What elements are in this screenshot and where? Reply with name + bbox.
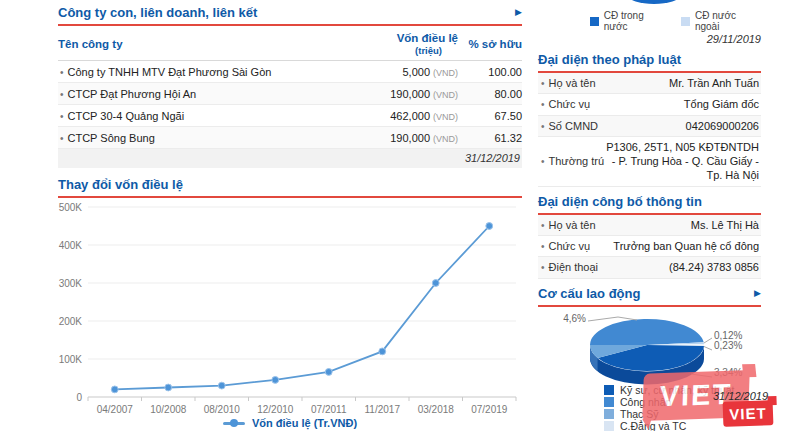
bullet-icon: •: [60, 89, 64, 100]
info-row: •Thường trú P1306, 25T1, N05 KĐTĐNTDH - …: [538, 137, 761, 187]
ownership-value: 80.00: [458, 88, 522, 100]
viet-watermark-small: VIET: [723, 400, 774, 427]
table-header-row: Tên công ty Vốn điều lệ (triệu) % sở hữu: [58, 26, 522, 61]
ownership-as-of-date: 29/11/2019: [538, 33, 761, 45]
ownership-value: 100.00: [458, 66, 522, 78]
info-label: Họ và tên: [549, 219, 596, 231]
svg-text:0: 0: [76, 392, 82, 403]
ownership-value: 61.32: [458, 132, 522, 144]
company-profile-page: Công ty con, liên doanh, liên kết ▶ Tên …: [0, 0, 810, 431]
bullet-icon: •: [541, 156, 545, 167]
table-row: •CTCP Đạt Phương Hội An 190,000(VND) 80.…: [58, 83, 522, 105]
company-name: Công ty TNHH MTV Đạt Phương Sài Gòn: [68, 66, 272, 78]
foreign-legend-swatch: [681, 17, 690, 26]
section-title-labor[interactable]: Cơ cấu lao động: [538, 286, 640, 301]
info-row: •Điện thoại (84.24) 3783 0856: [538, 257, 761, 278]
info-value: P1306, 25T1, N05 KĐTĐNTDH - P. Trung Hòa…: [604, 140, 759, 183]
bullet-icon: •: [541, 78, 545, 89]
ownership-value: 67.50: [458, 110, 522, 122]
section-header-capital-change[interactable]: Thay đổi vốn điều lệ: [58, 172, 522, 198]
svg-text:04/2007: 04/2007: [97, 404, 134, 415]
legend-swatch: [604, 421, 614, 431]
callout-line: [704, 346, 712, 350]
info-value: Mr. Trần Anh Tuấn: [669, 76, 759, 90]
table-row: •CTCP 30-4 Quảng Ngãi 462,000(VND) 67.50: [58, 105, 522, 127]
section-header-labor[interactable]: Cơ cấu lao động ▶: [538, 281, 761, 307]
section-header-disclosure-rep: Đại diện công bố thông tin: [538, 189, 761, 215]
bullet-icon: •: [541, 262, 545, 273]
left-column: Công ty con, liên doanh, liên kết ▶ Tên …: [58, 0, 522, 429]
section-title-legal-rep: Đại diện theo pháp luật: [538, 52, 681, 67]
pie-slice-cong-nhan: [590, 319, 704, 345]
line-chart-legend: Vốn điều lệ (Tr.VNĐ): [58, 417, 522, 429]
section-title-subsidiaries[interactable]: Công ty con, liên doanh, liên kết: [58, 5, 257, 20]
bullet-icon: •: [541, 99, 545, 110]
company-name: CTCP Đạt Phương Hội An: [68, 88, 197, 100]
section-header-legal-rep: Đại diện theo pháp luật: [538, 47, 761, 73]
info-value: Ms. Lê Thị Hà: [691, 218, 759, 232]
svg-text:08/2010: 08/2010: [204, 404, 241, 415]
info-label: Thường trú: [549, 155, 605, 167]
capital-value: 190,000: [390, 132, 430, 144]
svg-text:10/2008: 10/2008: [150, 404, 187, 415]
info-row: •Chức vụ Tổng Giám đốc: [538, 94, 761, 115]
watermark-date: 31/12/2019: [713, 390, 768, 402]
capital-change-section: Thay đổi vốn điều lệ 0100K200K300K400K50…: [58, 172, 522, 429]
pie-legend-item: C.Đẳng và TC: [604, 421, 734, 431]
legend-swatch: [604, 397, 614, 407]
domestic-legend-swatch: [590, 17, 599, 26]
column-header-name: Tên công ty: [58, 38, 340, 50]
info-row: •Họ và tên Mr. Trần Anh Tuấn: [538, 73, 761, 94]
currency-label: (VND): [433, 90, 458, 100]
legal-representative-section: Đại diện theo pháp luật •Họ và tên Mr. T…: [538, 47, 761, 187]
section-title-capital-change[interactable]: Thay đổi vốn điều lệ: [58, 177, 183, 192]
section-header-subsidiaries[interactable]: Công ty con, liên doanh, liên kết ▶: [58, 0, 522, 26]
capital-value: 462,000: [390, 110, 430, 122]
svg-text:07/2019: 07/2019: [471, 404, 508, 415]
foreign-legend-label: CĐ nước ngoài: [695, 10, 761, 32]
pie-callout-label: 4,6%: [552, 313, 586, 324]
legend-swatch: [604, 385, 614, 395]
info-label: Họ và tên: [549, 77, 596, 89]
svg-text:11/2017: 11/2017: [365, 404, 401, 415]
chevron-right-icon[interactable]: ▶: [754, 289, 761, 298]
bullet-icon: •: [60, 133, 64, 144]
line-series-label: Vốn điều lệ (Tr.VNĐ): [252, 417, 357, 429]
info-label: Số CMND: [549, 120, 599, 132]
info-row: •Số CMND 042069000206: [538, 116, 761, 137]
ownership-pie-cutoff: [628, 0, 680, 4]
info-value: Tổng Giám đốc: [684, 97, 759, 111]
ownership-legend: CĐ trong nước CĐ nước ngoài: [590, 10, 761, 32]
chevron-right-icon[interactable]: ▶: [515, 8, 522, 17]
svg-text:07/2011: 07/2011: [311, 404, 347, 415]
capital-line-chart: 0100K200K300K400K500K04/200710/200808/20…: [58, 200, 522, 415]
column-header-ownership: % sở hữu: [458, 38, 522, 50]
table-row: •Công ty TNHH MTV Đạt Phương Sài Gòn 5,0…: [58, 61, 522, 83]
bullet-icon: •: [60, 111, 64, 122]
company-name: CTCP Sông Bung: [68, 132, 155, 144]
column-header-capital-unit: (triệu): [340, 45, 458, 56]
right-column: CĐ trong nước CĐ nước ngoài 29/11/2019 Đ…: [538, 0, 761, 431]
svg-text:300K: 300K: [59, 278, 83, 289]
info-label: Chức vụ: [549, 240, 591, 252]
column-header-capital: Vốn điều lệ (triệu): [340, 32, 458, 56]
table-row: •CTCP Sông Bung 190,000(VND) 61.32: [58, 127, 522, 149]
info-value: 042069000206: [686, 119, 759, 133]
bullet-icon: •: [60, 67, 64, 78]
info-value: Trưởng ban Quan hệ cổ đông: [613, 239, 759, 253]
currency-label: (VND): [433, 134, 458, 144]
line-series-marker-icon: [223, 422, 245, 425]
info-label: Chức vụ: [549, 98, 591, 110]
currency-label: (VND): [433, 68, 458, 78]
subsidiaries-table: Tên công ty Vốn điều lệ (triệu) % sở hữu…: [58, 26, 522, 168]
capital-value: 190,000: [390, 88, 430, 100]
svg-text:12/2010: 12/2010: [257, 404, 294, 415]
bullet-icon: •: [541, 220, 545, 231]
svg-text:400K: 400K: [59, 240, 83, 251]
svg-text:200K: 200K: [59, 316, 83, 327]
bullet-icon: •: [541, 121, 545, 132]
info-row: •Họ và tên Ms. Lê Thị Hà: [538, 215, 761, 236]
svg-text:500K: 500K: [59, 202, 83, 213]
info-value: (84.24) 3783 0856: [669, 260, 759, 274]
legend-swatch: [604, 409, 614, 419]
